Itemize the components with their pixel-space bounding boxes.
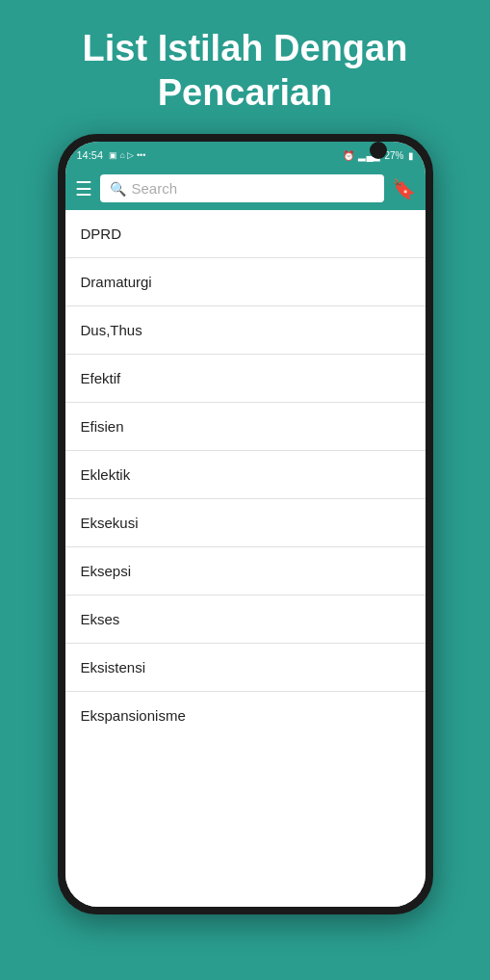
search-icon: 🔍 <box>110 181 126 197</box>
top-bar: ☰ 🔍 Search 🔖 <box>65 169 426 210</box>
list-item[interactable]: Eksepsi <box>65 547 426 596</box>
list-item[interactable]: Eksistensi <box>65 644 426 692</box>
list-item[interactable]: Efisien <box>65 403 426 451</box>
hamburger-icon[interactable]: ☰ <box>75 177 92 200</box>
list-item[interactable]: Dus,Thus <box>65 306 426 355</box>
phone-wrapper: 14:54 ▣ ⌂ ▷ ••• ⏰ ▂▄▆ 27% ▮ ☰ 🔍 Search 🔖… <box>58 134 433 914</box>
list-item[interactable]: Dramaturgi <box>65 258 426 306</box>
list-item[interactable]: Ekses <box>65 596 426 644</box>
status-time: 14:54 <box>77 149 104 161</box>
page-title: List Istilah Dengan Pencarian <box>54 0 437 134</box>
list-item[interactable]: Ekspansionisme <box>65 692 426 739</box>
battery-text: 27% <box>384 150 403 161</box>
battery-icon: ▮ <box>408 150 414 161</box>
camera-notch <box>370 142 387 159</box>
list-item[interactable]: Eksekusi <box>65 499 426 547</box>
list-item[interactable]: DPRD <box>65 210 426 258</box>
bookmark-icon[interactable]: 🔖 <box>392 177 416 200</box>
status-icons: ▣ ⌂ ▷ ••• <box>109 150 145 160</box>
alarm-icon: ⏰ <box>343 150 354 161</box>
list-container: DPRDDramaturgiDus,ThusEfektifEfisienEkle… <box>65 210 426 907</box>
list-item[interactable]: Eklektik <box>65 451 426 499</box>
list-item[interactable]: Efektif <box>65 355 426 403</box>
search-placeholder-text: Search <box>132 180 178 197</box>
search-bar[interactable]: 🔍 Search <box>100 174 384 202</box>
